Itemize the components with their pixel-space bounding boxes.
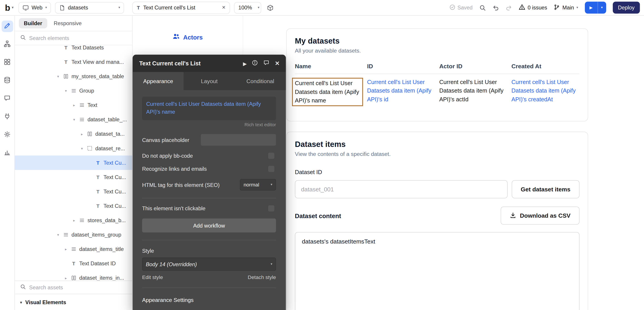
rich-text-hint: Rich text editor (142, 122, 276, 127)
get-dataset-items-button[interactable]: Get dataset items (512, 180, 580, 198)
not-clickable-checkbox[interactable] (268, 205, 274, 211)
search-assets-input[interactable] (29, 284, 127, 290)
dynamic-expression[interactable]: Current cell's List User Datasets data i… (146, 101, 261, 115)
table-element-icon (63, 74, 69, 79)
workflow-tab-button[interactable] (1, 39, 13, 50)
tree-item[interactable]: dataset_re... (15, 141, 132, 156)
inspector-titlebar[interactable]: Text Current cell's List (133, 55, 286, 72)
add-workflow-button[interactable]: Add workflow (142, 219, 276, 232)
appearance-settings-header[interactable]: Appearance Settings (142, 297, 276, 303)
tree-item[interactable]: Text Cu... (15, 185, 132, 199)
chevron-down-icon (271, 183, 272, 187)
caret-right-icon[interactable] (72, 218, 76, 222)
tree-item[interactable]: Text Datasets (15, 40, 132, 55)
dataset-id-input[interactable] (295, 180, 508, 198)
deploy-button[interactable]: Deploy (612, 2, 640, 14)
tree-item[interactable]: Text Cu... (15, 170, 132, 184)
visual-elements-section[interactable]: Visual Elements (15, 294, 132, 310)
tree-item[interactable]: Text Dataset ID (15, 256, 132, 271)
close-icon[interactable] (275, 60, 280, 67)
tab-conditional[interactable]: Conditional (235, 72, 286, 90)
issues-label: 0 issues (528, 5, 547, 11)
caret-down-icon[interactable] (72, 117, 76, 121)
selected-element-outline[interactable]: Current cell's List User Datasets data i… (292, 78, 363, 106)
comment-icon[interactable] (264, 60, 270, 67)
info-icon[interactable] (252, 60, 258, 67)
caret-down-icon[interactable] (64, 89, 68, 93)
tree-item[interactable]: dataset_table_... (15, 112, 132, 127)
tab-layout[interactable]: Layout (184, 72, 235, 90)
rich-text-editor[interactable]: Current cell's List User Datasets data i… (142, 97, 276, 120)
group-element-icon (79, 218, 85, 223)
caret-down-icon[interactable] (20, 300, 22, 304)
plugins-tab-button[interactable] (1, 111, 13, 123)
tree-item[interactable]: my_stores_data_table (15, 69, 132, 84)
bubble-logo[interactable]: b (4, 3, 14, 13)
chevron-down-icon (258, 6, 260, 10)
settings-tab-button[interactable] (1, 129, 13, 141)
datasets-table-header: Name ID Actor ID Created At (295, 63, 580, 74)
dataset-id-label: Dataset ID (295, 169, 580, 175)
redo-icon[interactable] (506, 4, 512, 11)
table-cell-name[interactable]: Current cell's List User Datasets data i… (295, 78, 363, 106)
canvas-placeholder-input[interactable] (201, 134, 276, 145)
element-tab-label: Text Current cell's List (143, 5, 195, 11)
play-icon[interactable] (584, 6, 597, 10)
caret-right-icon[interactable] (72, 103, 76, 107)
issues-indicator[interactable]: 0 issues (519, 4, 547, 12)
tree-item[interactable]: dataset_items_in... (15, 271, 132, 280)
table-cell-id[interactable]: Current cell's List User Datasets data i… (367, 78, 435, 106)
preview-options-button[interactable] (598, 6, 606, 10)
undo-icon[interactable] (492, 4, 499, 11)
caret-right-icon[interactable] (64, 247, 68, 251)
design-tab-button[interactable] (1, 21, 13, 32)
tab-responsive[interactable]: Responsive (50, 18, 86, 29)
column-header: Name (295, 63, 363, 69)
search-icon[interactable] (479, 4, 486, 11)
bb-code-checkbox[interactable] (268, 153, 274, 159)
tree-item[interactable]: dataset_items_group (15, 228, 132, 242)
environment-dropdown[interactable]: Web (18, 2, 51, 13)
tree-item[interactable]: dataset_ta... (15, 127, 132, 141)
close-icon[interactable] (222, 5, 226, 10)
table-cell-actor-id[interactable]: Current cell's List User Datasets data i… (439, 78, 508, 106)
caret-down-icon[interactable] (80, 146, 84, 150)
caret-down-icon[interactable] (56, 233, 60, 237)
logs-tab-button[interactable] (1, 147, 13, 159)
branch-dropdown[interactable]: Main (554, 4, 578, 11)
data-tab-button[interactable] (1, 75, 13, 86)
search-assets-bar (15, 280, 132, 294)
tree-item[interactable]: Text (15, 98, 132, 112)
zoom-dropdown[interactable]: 100% (234, 2, 262, 13)
components-tab-button[interactable] (1, 57, 13, 68)
tab-appearance[interactable]: Appearance (133, 72, 184, 90)
detach-style-link[interactable]: Detach style (248, 274, 276, 280)
styles-tab-button[interactable] (1, 93, 13, 104)
tree-item[interactable]: stores_data_b... (15, 213, 132, 228)
tab-builder[interactable]: Builder (19, 18, 47, 29)
recognize-links-checkbox[interactable] (268, 166, 274, 172)
tree-item-selected[interactable]: Text Cu... (15, 156, 132, 170)
caret-down-icon[interactable] (56, 74, 60, 78)
element-tab[interactable]: Text Current cell's List (132, 1, 230, 14)
edit-style-link[interactable]: Edit style (142, 274, 163, 280)
package-icon[interactable] (267, 4, 274, 11)
style-select[interactable]: Body 14 (Overridden) (142, 258, 276, 271)
text-element-icon (95, 189, 101, 195)
caret-right-icon[interactable] (64, 276, 68, 280)
table-cell-created-at[interactable]: Current cell's List User Datasets data i… (512, 78, 580, 106)
app-nav-actors[interactable]: Actors (172, 33, 203, 41)
html-tag-select[interactable]: normal (240, 179, 276, 191)
tree-item[interactable]: Text Cu... (15, 199, 132, 213)
preview-split-button[interactable] (584, 2, 606, 14)
saved-label: Saved (458, 5, 473, 11)
tree-item[interactable]: dataset_items_title (15, 242, 132, 256)
tree-item[interactable]: Group (15, 84, 132, 98)
page-dropdown[interactable]: datasets (55, 2, 124, 13)
caret-right-icon[interactable] (80, 132, 84, 136)
preview-element-icon[interactable] (243, 60, 247, 67)
download-csv-button[interactable]: Download as CSV (501, 206, 580, 225)
card-title: Dataset items (295, 140, 580, 149)
bar-chart-icon (4, 149, 10, 157)
tree-item[interactable]: Text View and mana... (15, 55, 132, 69)
